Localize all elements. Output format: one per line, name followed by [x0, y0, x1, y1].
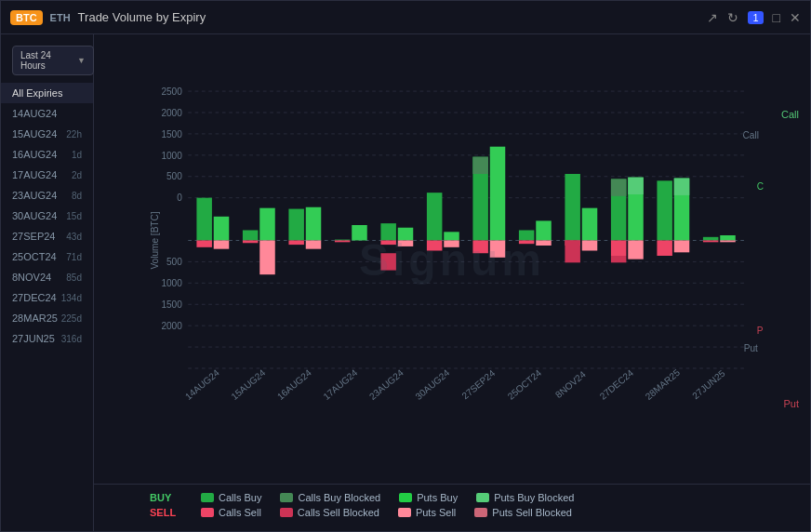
bar-30aug-puts-sell: [444, 241, 459, 247]
sidebar-item-14aug24[interactable]: 14AUG24: [1, 103, 93, 124]
bar-23aug-calls-sell: [380, 241, 395, 246]
bar-28mar-puts-sell: [674, 241, 690, 253]
calls-sell-label: Calls Sell: [219, 507, 261, 518]
svg-text:2500: 2500: [161, 86, 182, 97]
sidebar-item-27jun25[interactable]: 27JUN25 316d: [1, 328, 93, 349]
sidebar-item-label: 30AUG24: [12, 210, 57, 221]
svg-text:Volume [BTC]: Volume [BTC]: [150, 211, 160, 269]
bar-16aug-calls-buy: [288, 209, 304, 241]
bar-27jun-puts-buy: [720, 235, 736, 241]
refresh-icon[interactable]: ↻: [727, 10, 738, 25]
sidebar-item-days: 43d: [66, 232, 82, 242]
sidebar-item-17aug24[interactable]: 17AUG24 2d: [1, 165, 93, 185]
legend-item-puts-buy-blocked: Puts Buy Blocked: [476, 492, 574, 503]
svg-text:1000: 1000: [161, 278, 182, 288]
eth-badge[interactable]: ETH: [50, 12, 71, 23]
bar-27sep-puts-buy: [490, 147, 506, 241]
legend-item-calls-buy: Calls Buy: [201, 492, 261, 503]
bar-27sep-calls-sell: [472, 241, 487, 254]
svg-text:28MAR25: 28MAR25: [644, 367, 683, 402]
sidebar-item-label: 27JUN25: [12, 333, 55, 344]
chart-svg: .grid-line { stroke: #2a2d3e; stroke-wid…: [150, 44, 764, 437]
sidebar-item-27sep24[interactable]: 27SEP24 43d: [1, 226, 93, 246]
bar-27jun-puts-sell: [720, 241, 736, 243]
bar-8nov-calls-sell-blocked: [565, 241, 580, 263]
bar-27dec-puts-buy-blocked: [628, 178, 644, 194]
bar-28mar-puts-buy-blocked: [674, 179, 690, 195]
chart-area: Signum Call Put .grid-line { stroke: #2a…: [94, 34, 810, 531]
time-dropdown[interactable]: Last 24 Hours ▼: [12, 46, 94, 75]
bar-16aug-puts-buy: [306, 207, 322, 241]
legend-item-calls-buy-blocked: Calls Buy Blocked: [280, 492, 380, 503]
sidebar-item-28mar25[interactable]: 28MAR25 225d: [1, 308, 93, 328]
bar-15aug-puts-sell: [259, 241, 275, 275]
bar-25oct-calls-sell: [519, 241, 535, 245]
sidebar-item-27dec24[interactable]: 27DEC24 134d: [1, 287, 93, 308]
svg-text:1500: 1500: [161, 129, 182, 140]
puts-sell-blocked-label: Puts Sell Blocked: [492, 507, 572, 518]
sidebar-item-16aug24[interactable]: 16AUG24 1d: [1, 144, 93, 165]
legend-buy-row: BUY Calls Buy Calls Buy Blocked Puts Buy: [150, 492, 791, 503]
legend-item-calls-sell-blocked: Calls Sell Blocked: [280, 507, 379, 518]
svg-text:25OCT24: 25OCT24: [506, 367, 544, 402]
puts-buy-label: Puts Buy: [417, 492, 458, 503]
sidebar-item-days: 134d: [61, 293, 82, 303]
svg-text:14AUG24: 14AUG24: [183, 367, 221, 402]
bar-27dec-calls-sell: [611, 241, 627, 257]
bar-27jun-calls-buy: [703, 237, 719, 241]
sidebar-item-label: 23AUG24: [12, 190, 57, 201]
bar-23aug-calls-buy: [380, 223, 395, 240]
bar-17aug-puts-buy: [352, 225, 367, 241]
svg-text:16AUG24: 16AUG24: [275, 367, 313, 402]
legend-item-puts-buy: Puts Buy: [399, 492, 458, 503]
bar-15aug-calls-buy: [243, 231, 259, 241]
svg-text:500: 500: [166, 171, 182, 181]
svg-text:0: 0: [177, 193, 182, 203]
sidebar-item-30aug24[interactable]: 30AUG24 15d: [1, 206, 93, 226]
sidebar-item-days: 85d: [66, 273, 82, 283]
sidebar-item-days: 1d: [72, 150, 82, 160]
sidebar-item-8nov24[interactable]: 8NOV24 85d: [1, 267, 93, 287]
bar-16aug-calls-sell: [288, 241, 304, 246]
bar-23aug-puts-buy: [398, 228, 414, 241]
svg-text:2000: 2000: [161, 321, 182, 331]
bar-8nov-puts-sell: [582, 241, 598, 251]
sidebar-item-25oct24[interactable]: 25OCT24 71d: [1, 246, 93, 267]
calls-sell-swatch: [201, 508, 214, 517]
dropdown-arrow-icon: ▼: [77, 56, 86, 65]
sidebar-item-days: 8d: [72, 191, 82, 201]
bar-25oct-calls-buy: [519, 231, 535, 241]
buy-label: BUY: [150, 492, 182, 503]
svg-text:1500: 1500: [161, 299, 182, 310]
external-link-icon[interactable]: ↗: [707, 10, 718, 25]
sidebar-item-23aug24[interactable]: 23AUG24 8d: [1, 185, 93, 206]
sidebar-item-days: 225d: [61, 313, 82, 324]
sidebar-item-all-expiries[interactable]: All Expiries: [1, 83, 93, 103]
svg-text:15AUG24: 15AUG24: [229, 367, 267, 402]
legend-item-calls-sell: Calls Sell: [201, 507, 261, 518]
svg-text:1000: 1000: [161, 151, 182, 161]
calls-label: Call: [781, 109, 799, 120]
sidebar-item-label: 15AUG24: [12, 128, 57, 140]
bar-17aug-calls-buy: [335, 240, 351, 241]
maximize-icon[interactable]: □: [773, 10, 780, 25]
sidebar-item-label: 27DEC24: [12, 292, 57, 303]
sidebar-item-label: 8NOV24: [12, 272, 51, 283]
svg-text:27SEP24: 27SEP24: [460, 367, 498, 401]
calls-buy-blocked-swatch: [280, 493, 293, 502]
calls-sell-blocked-label: Calls Sell Blocked: [298, 507, 379, 518]
sidebar-item-days: 71d: [66, 252, 82, 262]
bar-14aug-puts-sell: [214, 241, 230, 249]
bar-27dec-puts-sell: [628, 241, 644, 259]
info-icon[interactable]: 1: [748, 11, 763, 24]
bar-28mar-calls-sell: [657, 241, 672, 257]
calls-buy-label: Calls Buy: [219, 492, 261, 503]
sidebar-item-15aug24[interactable]: 15AUG24 22h: [1, 124, 93, 144]
puts-buy-blocked-label: Puts Buy Blocked: [494, 492, 574, 503]
window-title: Trade Volume by Expiry: [78, 10, 206, 24]
btc-badge[interactable]: BTC: [10, 10, 43, 25]
bar-30aug-puts-buy: [444, 232, 459, 240]
sidebar: Last 24 Hours ▼ All Expiries 14AUG24 15A…: [1, 34, 94, 531]
bar-23aug-calls-blocked: [380, 253, 395, 270]
close-icon[interactable]: ✕: [790, 10, 801, 25]
